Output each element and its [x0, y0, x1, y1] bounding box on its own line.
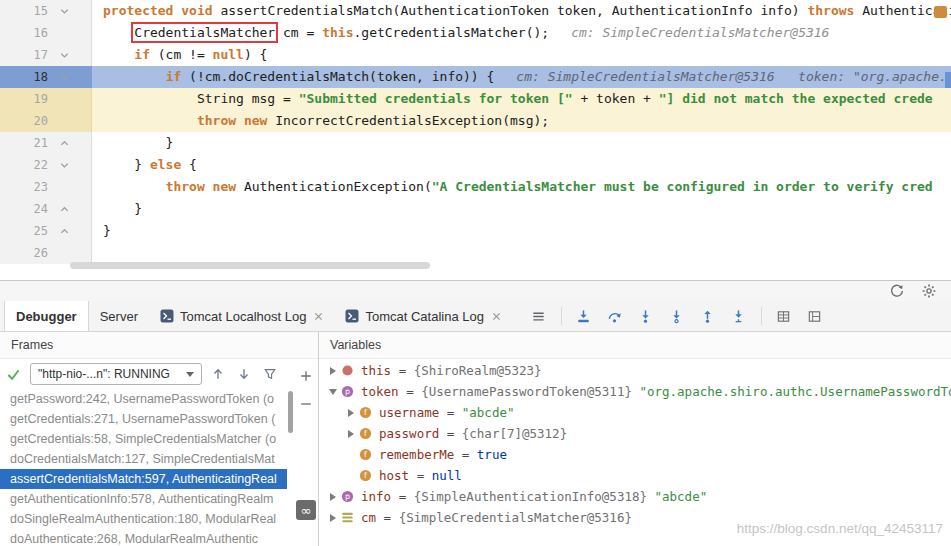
line-number[interactable]: 16: [0, 22, 56, 44]
code-text: if (!cm.doCredentialsMatch(token, info))…: [92, 66, 951, 88]
horizontal-scrollbar[interactable]: [70, 262, 430, 269]
error-stripe-warning-marker[interactable]: [934, 6, 947, 18]
variable-row-rememberMe[interactable]: frememberMe = true: [319, 444, 951, 465]
frame-row[interactable]: doAuthenticate:268, ModularRealmAuthenti…: [0, 529, 287, 546]
restore-layout-icon[interactable]: [806, 307, 824, 325]
variable-name: info: [361, 489, 391, 504]
add-icon[interactable]: [299, 369, 313, 383]
frame-row[interactable]: assertCredentialsMatch:597, Authenticati…: [0, 469, 287, 489]
tab-server[interactable]: Server: [89, 301, 149, 331]
variable-row-info[interactable]: pinfo = {SimpleAuthenticationInfo@5318} …: [319, 486, 951, 507]
fold-end-icon[interactable]: [56, 132, 92, 154]
editor-line-16: 16 CredentialsMatcher cm = this.getCrede…: [0, 22, 951, 44]
frame-row[interactable]: getPassword:242, UsernamePasswordToken (…: [0, 389, 287, 409]
debug-panels: Frames "http-nio-...n": RUNNING getPassw…: [0, 332, 951, 546]
error-stripe-execution-marker[interactable]: [945, 72, 951, 88]
arrow-down-icon[interactable]: [237, 367, 251, 381]
expander-icon[interactable]: [343, 430, 358, 438]
line-number[interactable]: 21: [0, 132, 56, 154]
tab-debugger[interactable]: Debugger: [4, 301, 89, 331]
line-number[interactable]: 18: [0, 66, 56, 88]
debug-tool-window: DebuggerServerTomcat Localhost LogTomcat…: [0, 281, 951, 546]
settings-gear-icon[interactable]: [921, 283, 937, 299]
line-number[interactable]: 22: [0, 154, 56, 176]
code-text: String msg = "Submitted credentials for …: [92, 88, 951, 110]
fold-end-icon[interactable]: [56, 220, 92, 242]
fold-start-icon[interactable]: [56, 0, 92, 22]
variable-row-token[interactable]: ptoken = {UsernamePasswordToken@5311} "o…: [319, 381, 951, 402]
expander-icon[interactable]: [343, 409, 358, 417]
frames-scrollbar[interactable]: [287, 359, 294, 546]
expander-icon[interactable]: [325, 367, 340, 375]
fold-end-icon[interactable]: [56, 198, 92, 220]
editor-line-15: 15protected void assertCredentialsMatch(…: [0, 0, 951, 22]
infinity-button[interactable]: ∞: [296, 500, 316, 520]
expander-icon[interactable]: [325, 389, 340, 395]
expander-icon[interactable]: [325, 493, 340, 501]
tab-tomcat-catalina-log[interactable]: Tomcat Catalina Log: [334, 301, 512, 331]
force-step-into-icon[interactable]: [668, 307, 686, 325]
frames-scrollbar-thumb[interactable]: [288, 391, 293, 433]
close-icon[interactable]: [314, 312, 323, 321]
frame-row[interactable]: getCredentials:58, SimpleCredentialsMatc…: [0, 429, 287, 449]
fold-start-icon[interactable]: [56, 66, 92, 88]
refresh-circle-icon[interactable]: [889, 283, 905, 299]
svg-text:f: f: [364, 450, 367, 459]
code-text: throw new AuthenticationException("A Cre…: [92, 176, 951, 198]
close-icon[interactable]: [492, 312, 501, 321]
code-editor: 15protected void assertCredentialsMatch(…: [0, 0, 951, 281]
line-number[interactable]: 25: [0, 220, 56, 242]
frames-main: "http-nio-...n": RUNNING getPassword:242…: [0, 359, 287, 546]
line-number[interactable]: 17: [0, 44, 56, 66]
variable-row-this[interactable]: this = {ShiroRealm@5323}: [319, 360, 951, 381]
variable-value: =: [391, 363, 414, 378]
editor-line-26: 26: [0, 242, 951, 264]
editor-line-25: 25}: [0, 220, 951, 242]
line-number[interactable]: 23: [0, 176, 56, 198]
editor-line-21: 21 }: [0, 132, 951, 154]
tab-label: Debugger: [16, 309, 77, 324]
view-as-grid-icon[interactable]: [775, 307, 793, 325]
thread-selector-dropdown[interactable]: "http-nio-...n": RUNNING: [30, 363, 202, 385]
variable-name: token: [361, 384, 399, 399]
code-text: [92, 242, 951, 264]
frames-list: getPassword:242, UsernamePasswordToken (…: [0, 389, 287, 546]
frames-side-toolbar: ∞: [294, 359, 318, 546]
line-number[interactable]: 15: [0, 0, 56, 22]
frame-row[interactable]: doCredentialsMatch:127, SimpleCredential…: [0, 449, 287, 469]
arrow-up-icon[interactable]: [211, 367, 225, 381]
frame-row[interactable]: getAuthenticationInfo:578, Authenticatin…: [0, 489, 287, 509]
variable-row-host[interactable]: fhost = null: [319, 465, 951, 486]
variable-row-password[interactable]: fpassword = {char[7]@5312}: [319, 423, 951, 444]
code-text: CredentialsMatcher cm = this.getCredenti…: [92, 22, 951, 44]
fold-start-icon[interactable]: [56, 154, 92, 176]
variable-value: "abcde": [462, 405, 515, 420]
step-out-icon[interactable]: [699, 307, 717, 325]
frame-row[interactable]: doSingleRealmAuthentication:180, Modular…: [0, 509, 287, 529]
line-number[interactable]: 26: [0, 242, 56, 264]
variable-row-cm[interactable]: cm = {SimpleCredentialsMatcher@5316}: [319, 507, 951, 528]
thread-selector-label: "http-nio-...n": RUNNING: [38, 367, 170, 381]
thread-running-check-icon: [6, 367, 21, 382]
remove-icon[interactable]: [299, 397, 313, 411]
fold-spacer: [56, 242, 92, 264]
frame-row[interactable]: getCredentials:271, UsernamePasswordToke…: [0, 409, 287, 429]
line-number[interactable]: 19: [0, 88, 56, 110]
expander-icon[interactable]: [325, 514, 340, 522]
line-number[interactable]: 20: [0, 110, 56, 132]
hamburger-menu-icon[interactable]: [530, 307, 548, 325]
filter-icon[interactable]: [263, 367, 277, 381]
variable-value: "abcde": [655, 489, 708, 504]
fold-start-icon[interactable]: [56, 44, 92, 66]
show-execution-point-icon[interactable]: [575, 307, 593, 325]
line-number[interactable]: 24: [0, 198, 56, 220]
variable-row-username[interactable]: fusername = "abcde": [319, 402, 951, 423]
frames-content: "http-nio-...n": RUNNING getPassword:242…: [0, 359, 318, 546]
tab-tomcat-localhost-log[interactable]: Tomcat Localhost Log: [149, 301, 334, 331]
run-to-cursor-icon[interactable]: [730, 307, 748, 325]
editor-line-18: 18 if (!cm.doCredentialsMatch(token, inf…: [0, 66, 951, 88]
step-into-icon[interactable]: [637, 307, 655, 325]
frames-nav-icons: [211, 367, 277, 381]
step-over-icon[interactable]: [606, 307, 624, 325]
fold-spacer: [56, 176, 92, 198]
